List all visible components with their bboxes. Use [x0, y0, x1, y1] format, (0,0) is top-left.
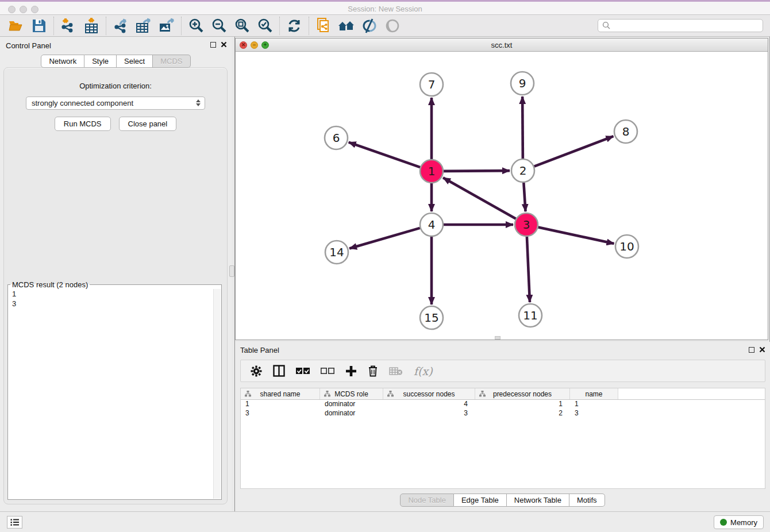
- table-cell[interactable]: 1: [241, 400, 320, 409]
- window-title: Session: New Session: [0, 5, 770, 13]
- float-table-panel-icon[interactable]: [749, 347, 754, 353]
- tab-style[interactable]: Style: [84, 55, 117, 68]
- node-label-10: 10: [619, 240, 634, 253]
- close-table-panel-icon[interactable]: [759, 346, 765, 353]
- export-table-icon[interactable]: [132, 17, 155, 35]
- criterion-select[interactable]: strongly connected component: [26, 97, 205, 110]
- toolbar-separator: [53, 17, 54, 35]
- memory-button[interactable]: Memory: [714, 515, 764, 529]
- tab-motifs[interactable]: Motifs: [569, 494, 605, 507]
- function-builder-icon: f(x): [414, 365, 433, 377]
- column-icon[interactable]: [273, 365, 285, 377]
- select-all-icon[interactable]: [296, 368, 310, 375]
- tab-mcds[interactable]: MCDS: [153, 55, 190, 68]
- mcds-result-scrollbar[interactable]: [213, 289, 221, 499]
- table-cell[interactable]: 3: [383, 409, 475, 418]
- network-canvas[interactable]: 7968124314101511: [236, 52, 768, 340]
- float-panel-icon[interactable]: [210, 42, 216, 48]
- mcds-result-line: 3: [9, 299, 221, 309]
- open-file-icon[interactable]: [5, 17, 28, 35]
- splitter-handle[interactable]: [229, 265, 234, 277]
- task-history-button[interactable]: [7, 516, 22, 529]
- edge-1-2[interactable]: [444, 171, 510, 171]
- optimization-criterion-label: Optimization criterion:: [4, 82, 227, 90]
- column-header-name[interactable]: name: [570, 388, 618, 399]
- close-panel-icon[interactable]: [221, 41, 227, 48]
- application-window: { "window": { "title": "Session: New Ses…: [0, 0, 770, 532]
- import-network-icon[interactable]: [57, 17, 80, 35]
- add-column-icon[interactable]: [345, 365, 357, 377]
- table-cell[interactable]: dominator: [320, 400, 383, 409]
- toolbar-separator: [106, 17, 106, 35]
- hide-details-icon[interactable]: [381, 17, 404, 35]
- close-panel-button[interactable]: Close panel: [119, 117, 177, 131]
- run-mcds-button[interactable]: Run MCDS: [55, 117, 111, 131]
- zoom-out-icon[interactable]: [207, 17, 230, 35]
- clone-network-icon[interactable]: [312, 17, 335, 35]
- network-view-window: ✕ − + scc.txt 7968124314101511: [235, 38, 768, 340]
- tab-network[interactable]: Network: [41, 55, 84, 68]
- table-cell[interactable]: 4: [383, 400, 475, 409]
- edge-2-8[interactable]: [534, 136, 614, 166]
- edge-2-3[interactable]: [523, 183, 525, 211]
- gear-icon[interactable]: [251, 365, 262, 377]
- import-table-icon[interactable]: [80, 17, 103, 35]
- column-header-successor-nodes[interactable]: successor nodes: [383, 388, 475, 399]
- table-cell[interactable]: 2: [475, 409, 570, 418]
- table-panel: Table Panel f(x) shared nameMCDS ro: [235, 342, 770, 511]
- node-table[interactable]: shared nameMCDS rolesuccessor nodesprede…: [240, 388, 765, 489]
- main-toolbar: [0, 15, 770, 37]
- toolbar-separator: [279, 17, 280, 35]
- search-field[interactable]: [598, 19, 763, 32]
- column-header-predecessor-nodes[interactable]: predecessor nodes: [475, 388, 570, 399]
- tab-network-table[interactable]: Network Table: [507, 494, 569, 507]
- search-icon: [602, 21, 611, 30]
- control-panel-tabs: NetworkStyleSelectMCDS: [0, 55, 232, 68]
- table-row[interactable]: 1dominator411: [241, 400, 765, 409]
- table-cell[interactable]: dominator: [320, 409, 383, 418]
- column-header-MCDS-role[interactable]: MCDS role: [320, 388, 383, 399]
- search-input[interactable]: [611, 21, 763, 31]
- edge-1-6[interactable]: [349, 142, 420, 167]
- edge-2-9[interactable]: [522, 97, 523, 159]
- table-panel-title: Table Panel: [240, 346, 279, 354]
- zoom-selected-icon[interactable]: [253, 17, 276, 35]
- node-label-15: 15: [424, 311, 438, 325]
- list-icon: [10, 518, 20, 526]
- edge-3-10[interactable]: [538, 227, 614, 244]
- table-cell[interactable]: 3: [241, 409, 320, 418]
- export-image-icon[interactable]: [155, 17, 178, 35]
- table-row[interactable]: 3dominator323: [241, 409, 765, 418]
- edge-4-14[interactable]: [349, 228, 420, 249]
- table-cell[interactable]: 1: [570, 400, 618, 409]
- column-header-shared-name[interactable]: shared name: [241, 388, 320, 399]
- save-session-icon[interactable]: [28, 17, 51, 35]
- node-label-4: 4: [428, 218, 436, 232]
- export-network-icon[interactable]: [109, 17, 132, 35]
- zoom-in-icon[interactable]: [184, 17, 207, 35]
- tab-edge-table[interactable]: Edge Table: [454, 494, 507, 507]
- tab-node-table[interactable]: Node Table: [400, 494, 454, 507]
- mcds-result-group: MCDS result (2 nodes) 13: [7, 280, 222, 500]
- mcds-result-legend: MCDS result (2 nodes): [10, 280, 90, 289]
- zoom-fit-icon[interactable]: [230, 17, 253, 35]
- tab-select[interactable]: Select: [117, 55, 153, 68]
- node-label-7: 7: [428, 78, 436, 91]
- delete-icon[interactable]: [368, 365, 378, 377]
- canvas-scroll-thumb[interactable]: [495, 336, 500, 340]
- show-graphics-icon[interactable]: [358, 17, 381, 35]
- deselect-all-icon[interactable]: [321, 368, 334, 375]
- table-cell[interactable]: 1: [475, 400, 570, 409]
- network-window-titlebar[interactable]: ✕ − + scc.txt: [236, 38, 768, 52]
- table-cell[interactable]: 3: [570, 409, 618, 418]
- node-label-1: 1: [428, 164, 436, 178]
- edge-3-1[interactable]: [443, 178, 516, 218]
- memory-status-icon: [720, 519, 727, 526]
- edge-3-11[interactable]: [527, 237, 530, 302]
- control-panel: Control Panel NetworkStyleSelectMCDS Opt…: [0, 37, 232, 511]
- network-graph[interactable]: 7968124314101511: [236, 52, 768, 340]
- mcds-tab-content: Optimization criterion: strongly connect…: [3, 67, 228, 504]
- apply-layout-icon[interactable]: [283, 17, 306, 35]
- table-header-row: shared nameMCDS rolesuccessor nodesprede…: [241, 388, 765, 400]
- home-panes-icon[interactable]: [335, 17, 358, 35]
